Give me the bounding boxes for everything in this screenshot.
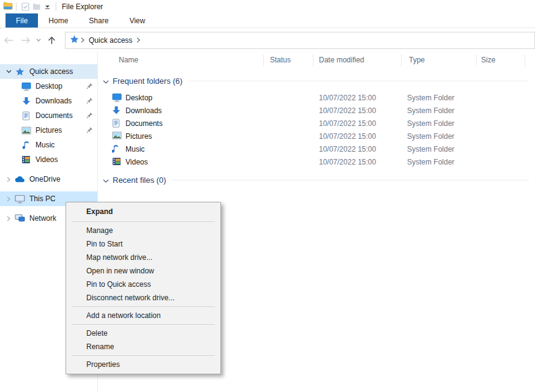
tab-home[interactable]: Home bbox=[38, 13, 78, 28]
column-header-date-modified[interactable]: Date modified bbox=[319, 56, 364, 64]
music-icon bbox=[21, 140, 31, 150]
breadcrumb-chevron-icon[interactable] bbox=[79, 37, 86, 43]
breadcrumb-segment-quick-access[interactable]: Quick access bbox=[86, 36, 135, 45]
up-button[interactable] bbox=[43, 32, 60, 48]
file-row-pictures[interactable]: Pictures 10/07/2022 15:00 System Folder bbox=[99, 130, 535, 143]
menu-item-add-a-network-location[interactable]: Add a network location bbox=[66, 309, 220, 322]
titlebar-separator bbox=[56, 2, 56, 11]
sidebar-item-label: This PC bbox=[29, 194, 56, 203]
column-separator[interactable] bbox=[401, 54, 402, 67]
new-folder-icon[interactable] bbox=[31, 1, 42, 12]
sidebar-item-label: Downloads bbox=[36, 97, 72, 105]
menu-item-disconnect-network-drive[interactable]: Disconnect network drive... bbox=[66, 291, 220, 305]
file-row-videos[interactable]: Videos 10/07/2022 15:00 System Folder bbox=[99, 156, 535, 169]
file-type: System Folder bbox=[407, 119, 454, 128]
sidebar-item-label: Videos bbox=[36, 155, 58, 164]
file-date-modified: 10/07/2022 15:00 bbox=[319, 145, 376, 153]
breadcrumb-chevron-icon[interactable] bbox=[135, 37, 142, 43]
pin-icon bbox=[86, 112, 93, 120]
sidebar-item-label: Documents bbox=[36, 111, 73, 120]
menu-separator bbox=[72, 355, 215, 356]
videos-icon bbox=[112, 157, 122, 167]
forward-button[interactable] bbox=[17, 32, 34, 48]
menu-item-delete[interactable]: Delete bbox=[66, 327, 220, 340]
group-rule-line bbox=[189, 81, 529, 81]
column-header-type[interactable]: Type bbox=[409, 56, 425, 64]
chevron-right-icon[interactable] bbox=[4, 216, 13, 221]
menu-separator bbox=[72, 221, 215, 222]
sidebar-item-label: Quick access bbox=[29, 67, 73, 76]
file-date-modified: 10/07/2022 15:00 bbox=[319, 119, 376, 128]
file-type: System Folder bbox=[407, 106, 454, 115]
menu-item-pin-to-quick-access[interactable]: Pin to Quick access bbox=[66, 278, 220, 291]
sidebar-item-quick-access[interactable]: Quick access bbox=[0, 64, 97, 79]
column-headers: Name Status Date modified Type Size bbox=[99, 51, 535, 70]
sidebar-item-label: Pictures bbox=[36, 126, 62, 135]
chevron-down-icon[interactable] bbox=[103, 176, 109, 185]
documents-icon bbox=[112, 119, 122, 128]
sidebar-item-downloads[interactable]: Downloads bbox=[0, 94, 97, 108]
pin-icon bbox=[86, 97, 93, 106]
desktop-icon bbox=[21, 81, 31, 92]
group-header-frequent-folders[interactable]: Frequent folders (6) bbox=[99, 75, 535, 87]
file-row-desktop[interactable]: Desktop 10/07/2022 15:00 System Folder bbox=[99, 92, 535, 105]
column-header-size[interactable]: Size bbox=[481, 56, 495, 64]
tab-share[interactable]: Share bbox=[78, 13, 119, 28]
group-header-recent-files[interactable]: Recent files (0) bbox=[99, 174, 535, 186]
downloads-icon bbox=[112, 106, 122, 116]
sidebar-item-onedrive[interactable]: OneDrive bbox=[0, 172, 97, 187]
customize-quick-access-toolbar-chevron[interactable] bbox=[42, 1, 53, 12]
chevron-down-icon[interactable] bbox=[4, 70, 13, 73]
menu-item-pin-to-start[interactable]: Pin to Start bbox=[66, 237, 220, 251]
context-menu: Expand Manage Pin to Start Map network d… bbox=[65, 202, 221, 374]
column-separator[interactable] bbox=[263, 54, 264, 67]
column-separator[interactable] bbox=[313, 54, 313, 67]
file-explorer-window: File Explorer File Home Share View Quic bbox=[0, 0, 535, 392]
menu-separator bbox=[72, 306, 215, 307]
sidebar-item-videos[interactable]: Videos bbox=[0, 152, 97, 167]
sidebar-item-desktop[interactable]: Desktop bbox=[0, 79, 97, 94]
sidebar-item-pictures[interactable]: Pictures bbox=[0, 123, 97, 138]
ribbon-tabs: File Home Share View bbox=[0, 13, 535, 28]
file-type: System Folder bbox=[407, 145, 454, 153]
properties-icon[interactable] bbox=[20, 1, 31, 12]
sidebar-item-label: OneDrive bbox=[29, 175, 61, 183]
tab-view[interactable]: View bbox=[119, 13, 155, 28]
menu-item-open-in-new-window[interactable]: Open in new window bbox=[66, 264, 220, 278]
back-button[interactable] bbox=[0, 32, 17, 48]
file-date-modified: 10/07/2022 15:00 bbox=[319, 106, 376, 115]
file-row-downloads[interactable]: Downloads 10/07/2022 15:00 System Folder bbox=[99, 105, 535, 117]
column-separator[interactable] bbox=[476, 54, 477, 67]
frequent-folders-list: Desktop 10/07/2022 15:00 System Folder D… bbox=[99, 92, 535, 169]
sidebar-item-label: Network bbox=[29, 214, 56, 223]
pin-icon bbox=[86, 83, 93, 91]
quick-access-star-icon bbox=[15, 67, 25, 77]
menu-item-expand[interactable]: Expand bbox=[66, 204, 220, 220]
chevron-right-icon[interactable] bbox=[4, 196, 13, 202]
sidebar-item-music[interactable]: Music bbox=[0, 138, 97, 152]
quick-access-star-icon bbox=[70, 35, 79, 45]
music-icon bbox=[112, 144, 122, 154]
sidebar-group-gap bbox=[0, 187, 97, 191]
address-bar[interactable]: Quick access bbox=[65, 32, 535, 49]
menu-item-rename[interactable]: Rename bbox=[66, 340, 220, 353]
pictures-icon bbox=[112, 131, 122, 141]
chevron-down-icon[interactable] bbox=[103, 77, 109, 86]
file-date-modified: 10/07/2022 15:00 bbox=[319, 158, 376, 166]
column-header-status[interactable]: Status bbox=[270, 56, 291, 64]
file-row-documents[interactable]: Documents 10/07/2022 15:00 System Folder bbox=[99, 117, 535, 130]
recent-locations-chevron-icon[interactable] bbox=[34, 32, 43, 48]
menu-item-manage[interactable]: Manage bbox=[66, 224, 220, 237]
column-header-name[interactable]: Name bbox=[119, 56, 138, 64]
menu-item-map-network-drive[interactable]: Map network drive... bbox=[66, 251, 220, 264]
file-name: Music bbox=[125, 145, 144, 153]
menu-item-properties[interactable]: Properties bbox=[66, 358, 220, 371]
file-row-music[interactable]: Music 10/07/2022 15:00 System Folder bbox=[99, 143, 535, 156]
chevron-right-icon[interactable] bbox=[4, 177, 13, 182]
documents-icon bbox=[21, 111, 31, 121]
tab-file[interactable]: File bbox=[6, 13, 38, 28]
group-label: Recent files (0) bbox=[113, 176, 166, 185]
sidebar-item-documents[interactable]: Documents bbox=[0, 108, 97, 123]
column-separator[interactable] bbox=[525, 54, 525, 67]
downloads-icon bbox=[21, 96, 31, 106]
